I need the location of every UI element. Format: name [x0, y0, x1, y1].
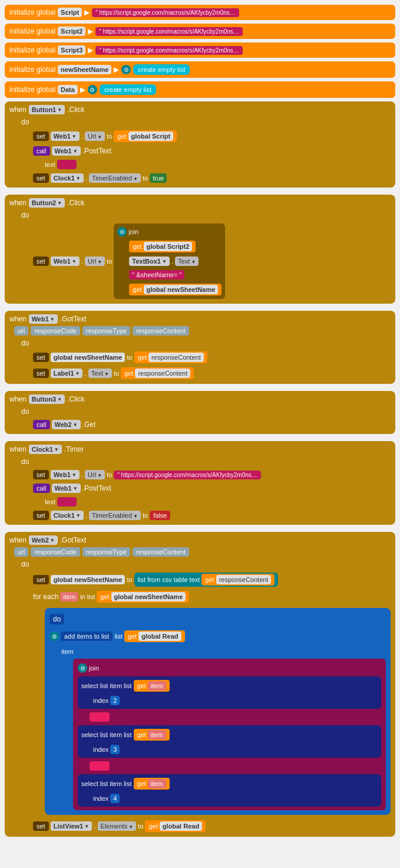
index-kw-2: index [93, 746, 108, 753]
url-value-2: " https://script.google.com/macros/s/AKf… [95, 27, 243, 36]
when-row-button2: when Button2 .Click [9, 198, 391, 208]
timer-prop[interactable]: TimerEnabled [89, 173, 141, 183]
create-empty-list-5[interactable]: create empty list [100, 84, 156, 95]
get-kw-read: get [128, 633, 137, 640]
get-kw-resp: get [205, 576, 214, 583]
get-foreach-list[interactable]: get global newSheetName [97, 591, 189, 603]
sel3-list-kw: list [124, 780, 131, 787]
clock1-label[interactable]: Clock1 [29, 445, 62, 454]
web1-comp-call-1[interactable]: Web1 [52, 146, 81, 156]
to-1: to [107, 133, 112, 140]
button2-label[interactable]: Button2 [29, 198, 65, 208]
var-name-script2[interactable]: Script2 [58, 27, 85, 36]
set-kw-6: set [33, 470, 49, 479]
set-kw-9: set [33, 821, 49, 831]
web1-comp-clock[interactable]: Web1 [51, 470, 80, 479]
url-prop-3[interactable]: Url [85, 470, 105, 479]
elements-prop[interactable]: Elements [98, 821, 137, 831]
global-newsheetname-set[interactable]: global newSheetName [51, 353, 125, 362]
foreach-do-kw-row: do [49, 614, 386, 624]
sel1-get-item[interactable]: get item [134, 680, 170, 692]
when-row-web2: when Web2 .GotText [9, 535, 391, 545]
text-prop[interactable]: Text [175, 257, 199, 266]
do-kw-row-5: do [21, 458, 391, 466]
get-global-read[interactable]: get global Read [124, 630, 185, 642]
join-header-row: ⚙ join [117, 227, 222, 236]
get-method: .Get [82, 420, 96, 429]
join-kw-row-2: ⚙ join [78, 663, 381, 673]
gear-icon-5: ⚙ [88, 85, 97, 94]
get-global-script-1[interactable]: get global Script [114, 130, 177, 142]
when-kw-6: when [9, 536, 27, 544]
set-clock1-timer-false-row: set Clock1 . TimerEnabled to false [33, 511, 391, 520]
sel3-get-item[interactable]: get item [134, 778, 170, 790]
label1-comp[interactable]: Label1 [51, 369, 83, 378]
var-name-data[interactable]: Data [58, 85, 78, 94]
foreach-list-var: global newSheetName [111, 592, 186, 601]
when-web2-gottext: when Web2 .GotText url responseCode resp… [5, 532, 395, 837]
index-val-2: 3 [110, 745, 120, 754]
gear-add: ⚙ [49, 632, 59, 641]
dot-7: . [85, 511, 87, 520]
url-prop-1[interactable]: Url [85, 131, 105, 141]
button1-label[interactable]: Button1 [29, 105, 65, 114]
do-section-button2: do set Web1 . Url to ⚙ join get global S… [21, 210, 391, 300]
web2-label[interactable]: Web2 [29, 535, 58, 545]
do-kw-row-2: do [21, 211, 391, 219]
do-kw-1: do [21, 118, 29, 126]
global-script2-var: global Script2 [144, 242, 193, 251]
var-name-script3[interactable]: Script3 [58, 45, 85, 55]
web1-label[interactable]: Web1 [29, 314, 58, 324]
var-name-newsheetname[interactable]: newSheetName [58, 65, 111, 74]
init-keyword: initialize global [9, 8, 55, 17]
init-keyword-3: initialize global [9, 46, 55, 54]
when-kw-3: when [9, 315, 27, 323]
param-responsecontent: responseContent [133, 326, 189, 336]
create-empty-list-4[interactable]: create empty list [133, 64, 190, 75]
join-row3: " &sheetName= " [129, 270, 222, 280]
listview1-comp[interactable]: ListView1 [51, 821, 92, 831]
get-responsecontent-2[interactable]: get responseContent [121, 367, 194, 379]
to-4: to [127, 354, 132, 361]
timer-prop-2[interactable]: TimerEnabled [89, 511, 141, 520]
var-name-script[interactable]: Script [58, 8, 82, 17]
select-list-item-1-block: select list item list get item index 2 [78, 676, 381, 709]
clock1-comp[interactable]: Clock1 [51, 173, 84, 183]
textbox1-comp[interactable]: TextBox1 [129, 257, 170, 266]
web1-comp-1[interactable]: Web1 [51, 131, 80, 141]
call-kw-3: call [33, 420, 50, 429]
when-row-web1: when Web1 .GotText [9, 314, 391, 324]
button3-label[interactable]: Button3 [29, 394, 65, 404]
get-resp-block[interactable]: get responseContent [201, 574, 275, 586]
do-kw-2: do [21, 211, 29, 219]
sel2-get-item[interactable]: get item [134, 729, 170, 741]
get-block-script2[interactable]: get global Script2 [129, 241, 196, 252]
set-label1-text-row: set Label1 . Text to get responseContent [33, 367, 391, 379]
get-global-read-2[interactable]: get global Read [145, 820, 206, 832]
text-label-clock: text [45, 498, 55, 505]
web1-comp-call-clock[interactable]: Web1 [52, 484, 81, 493]
clock1-comp-2[interactable]: Clock1 [51, 511, 84, 520]
to-3: to [107, 258, 112, 265]
get-responsecontent-1[interactable]: get responseContent [134, 351, 207, 363]
list-csv-block[interactable]: list from csv table text get responseCon… [134, 573, 279, 587]
sel1-header: select list item list get item [81, 680, 378, 692]
web2-comp-call[interactable]: Web2 [52, 420, 81, 429]
global-nsn-set-2[interactable]: global newSheetName [51, 575, 125, 584]
when-clock1-timer: when Clock1 .Timer do set Web1 . Url to … [5, 441, 395, 525]
url-prop-2[interactable]: Url [85, 257, 105, 266]
item-var[interactable]: item [60, 592, 78, 601]
get-kw-rc2: get [124, 370, 133, 377]
get-block-newsheetname[interactable]: get global newSheetName [129, 284, 222, 295]
posttext-method-clock: .PostText [82, 484, 111, 492]
param-responsetype-2: responseType [82, 547, 130, 557]
set-newsheetname-row: set global newSheetName to get responseC… [33, 351, 391, 363]
text-prop-2[interactable]: Text [88, 369, 112, 378]
sel1-list-kw: list [124, 682, 131, 689]
web1-comp-2[interactable]: Web1 [51, 257, 80, 266]
set-clock1-timer-row: set Clock1 . TimerEnabled to true [33, 173, 391, 183]
init-block-2: initialize global Script2 ▶ " https://sc… [5, 24, 395, 39]
to-keyword-5: ▶ [80, 86, 85, 94]
do-kw-row-1: do [21, 118, 391, 126]
get-kw-sel1: get [137, 682, 146, 689]
